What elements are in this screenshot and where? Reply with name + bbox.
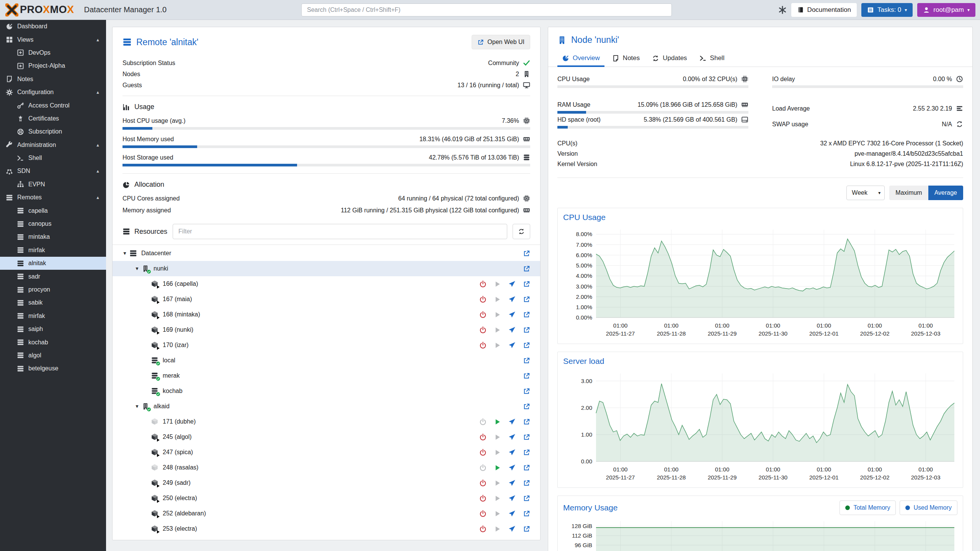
collapse-caret-icon[interactable]: ▲ (96, 143, 100, 147)
sidebar-item-sdn[interactable]: SDN▲ (0, 165, 106, 178)
migrate-icon[interactable] (508, 479, 516, 487)
migrate-icon[interactable] (508, 342, 516, 349)
collapse-caret-icon[interactable]: ▲ (96, 169, 100, 173)
sidebar-item-subscription[interactable]: Subscription (0, 125, 106, 138)
start-icon[interactable] (494, 525, 501, 533)
shutdown-icon[interactable] (479, 495, 487, 502)
tree-row-local[interactable]: local (113, 353, 540, 368)
open-icon[interactable] (523, 372, 530, 380)
tree-row-168-mintaka[interactable]: 168 (mintaka) (113, 307, 540, 322)
migrate-icon[interactable] (508, 464, 516, 471)
asterisk-icon[interactable] (778, 6, 787, 14)
open-icon[interactable] (523, 265, 530, 272)
sidebar-item-mirfak[interactable]: mirfak (0, 310, 106, 323)
start-icon[interactable] (494, 479, 501, 487)
shutdown-icon[interactable] (479, 525, 487, 533)
tree-caret-icon[interactable]: ▼ (135, 266, 142, 271)
start-icon[interactable] (494, 464, 501, 471)
shutdown-icon[interactable] (479, 296, 487, 303)
open-icon[interactable] (523, 326, 530, 334)
sidebar-item-views[interactable]: Views▲ (0, 33, 106, 46)
tree-caret-icon[interactable]: ▼ (122, 251, 129, 256)
migrate-icon[interactable] (508, 418, 516, 425)
open-icon[interactable] (523, 357, 530, 364)
sidebar-item-betelgeuse[interactable]: betelgeuse (0, 362, 106, 375)
start-icon[interactable] (494, 280, 501, 288)
sidebar-item-procyon[interactable]: procyon (0, 283, 106, 296)
shutdown-icon[interactable] (479, 479, 487, 487)
tree-row-250-electra[interactable]: 250 (electra) (113, 491, 540, 506)
open-icon[interactable] (523, 464, 530, 471)
tree-row-249-sadr[interactable]: 249 (sadr) (113, 475, 540, 491)
average-button[interactable]: Average (928, 186, 963, 200)
open-icon[interactable] (523, 296, 530, 303)
sidebar-item-capella[interactable]: capella (0, 204, 106, 217)
collapse-caret-icon[interactable]: ▲ (96, 37, 100, 42)
tree-row-datacenter[interactable]: ▼Datacenter (113, 246, 540, 261)
tree-row-254-acrux[interactable]: 254 (acrux) (113, 536, 540, 540)
sidebar-item-canopus[interactable]: canopus (0, 217, 106, 230)
migrate-icon[interactable] (508, 311, 516, 318)
legend-total-memory-button[interactable]: Total Memory (840, 500, 896, 515)
maximum-button[interactable]: Maximum (889, 186, 928, 200)
global-search-input[interactable] (301, 3, 672, 16)
tree-row-252-aldebaran[interactable]: 252 (aldebaran) (113, 506, 540, 521)
sidebar-item-remotes[interactable]: Remotes▲ (0, 191, 106, 204)
migrate-icon[interactable] (508, 449, 516, 456)
sidebar-item-alnitak[interactable]: alnitak (0, 257, 106, 270)
sidebar-item-notes[interactable]: Notes (0, 73, 106, 86)
tree-row-alkaid[interactable]: ▼alkaid (113, 399, 540, 414)
sidebar-item-sabik[interactable]: sabik (0, 296, 106, 309)
sidebar-item-access-control[interactable]: Access Control (0, 99, 106, 112)
sidebar-item-sadr[interactable]: sadr (0, 270, 106, 283)
sidebar-item-administration[interactable]: Administration▲ (0, 139, 106, 152)
start-icon[interactable] (494, 418, 501, 425)
start-icon[interactable] (494, 434, 501, 441)
tree-row-167-maia[interactable]: 167 (maia) (113, 292, 540, 307)
shutdown-icon[interactable] (479, 311, 487, 318)
start-icon[interactable] (494, 342, 501, 349)
sidebar-item-saiph[interactable]: saiph (0, 323, 106, 336)
start-icon[interactable] (494, 311, 501, 318)
collapse-caret-icon[interactable]: ▲ (96, 90, 100, 95)
sidebar-item-configuration[interactable]: Configuration▲ (0, 86, 106, 99)
migrate-icon[interactable] (508, 525, 516, 533)
documentation-button[interactable]: Documentation (791, 3, 857, 17)
migrate-icon[interactable] (508, 510, 516, 517)
collapse-caret-icon[interactable]: ▲ (96, 195, 100, 200)
start-icon[interactable] (494, 510, 501, 517)
sidebar-item-mirfak[interactable]: mirfak (0, 244, 106, 257)
shutdown-icon[interactable] (479, 464, 487, 471)
tree-row-248-rasalas[interactable]: 248 (rasalas) (113, 460, 540, 475)
sidebar-item-devops[interactable]: DevOps (0, 46, 106, 59)
sidebar-item-evpn[interactable]: EVPN (0, 178, 106, 191)
open-icon[interactable] (523, 388, 530, 395)
sidebar-item-mintaka[interactable]: mintaka (0, 230, 106, 243)
tree-row-kochab[interactable]: kochab (113, 383, 540, 399)
migrate-icon[interactable] (508, 296, 516, 303)
open-icon[interactable] (523, 510, 530, 517)
start-icon[interactable] (494, 449, 501, 456)
sidebar-item-certificates[interactable]: Certificates (0, 112, 106, 125)
tab-shell[interactable]: Shell (695, 51, 729, 67)
open-icon[interactable] (523, 495, 530, 502)
resources-refresh-button[interactable] (513, 224, 530, 239)
start-icon[interactable] (494, 495, 501, 502)
open-icon[interactable] (523, 418, 530, 425)
open-icon[interactable] (523, 479, 530, 487)
start-icon[interactable] (494, 326, 501, 334)
sidebar-item-dashboard[interactable]: Dashboard (0, 20, 106, 33)
open-icon[interactable] (523, 311, 530, 318)
open-icon[interactable] (523, 280, 530, 288)
shutdown-icon[interactable] (479, 510, 487, 517)
migrate-icon[interactable] (508, 434, 516, 441)
migrate-icon[interactable] (508, 495, 516, 502)
tree-row-253-electra[interactable]: 253 (electra) (113, 521, 540, 536)
sidebar-item-kochab[interactable]: kochab (0, 336, 106, 349)
sidebar-item-algol[interactable]: algol (0, 349, 106, 362)
open-web-ui-button[interactable]: Open Web UI (472, 35, 530, 49)
user-menu-button[interactable]: root@pam ▾ (917, 3, 975, 17)
shutdown-icon[interactable] (479, 418, 487, 425)
tree-caret-icon[interactable]: ▼ (135, 404, 142, 409)
tab-updates[interactable]: Updates (647, 51, 691, 67)
